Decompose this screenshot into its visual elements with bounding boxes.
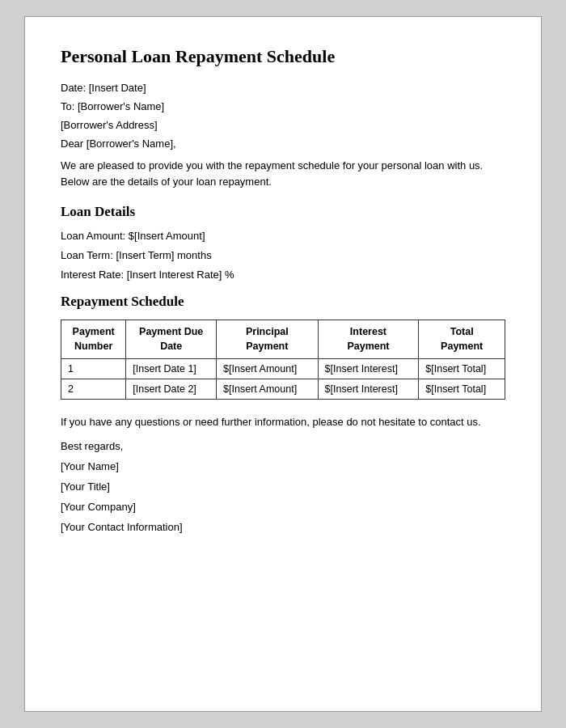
col-payment-number: PaymentNumber — [61, 320, 126, 359]
date-line: Date: [Insert Date] — [61, 82, 505, 94]
col-principal-payment: PrincipalPayment — [217, 320, 319, 359]
table-header-row: PaymentNumber Payment DueDate PrincipalP… — [61, 320, 505, 359]
col-payment-due-date: Payment DueDate — [126, 320, 217, 359]
loan-term: Loan Term: [Insert Term] months — [61, 249, 505, 261]
regards-line: Best regards, — [61, 440, 505, 452]
table-cell: $[Insert Total] — [419, 379, 505, 400]
loan-amount: Loan Amount: $[Insert Amount] — [61, 230, 505, 242]
col-total-payment: TotalPayment — [419, 320, 505, 359]
repayment-schedule-title: Repayment Schedule — [61, 294, 505, 310]
address-line: [Borrower's Address] — [61, 119, 505, 131]
table-row: 1[Insert Date 1]$[Insert Amount]$[Insert… — [61, 359, 505, 379]
document-title: Personal Loan Repayment Schedule — [61, 46, 505, 67]
document: Personal Loan Repayment Schedule Date: [… — [24, 16, 542, 712]
table-cell: $[Insert Interest] — [318, 379, 419, 400]
table-cell: $[Insert Total] — [419, 359, 505, 379]
table-row: 2[Insert Date 2]$[Insert Amount]$[Insert… — [61, 379, 505, 400]
table-cell: $[Insert Amount] — [217, 359, 319, 379]
contact-text: If you have any questions or need furthe… — [61, 414, 505, 430]
your-title: [Your Title] — [61, 480, 505, 493]
col-interest-payment: InterestPayment — [318, 320, 419, 359]
table-cell: $[Insert Amount] — [217, 379, 319, 400]
table-cell: 2 — [61, 379, 126, 400]
to-line: To: [Borrower's Name] — [61, 100, 505, 112]
dear-line: Dear [Borrower's Name], — [61, 138, 505, 150]
intro-text: We are pleased to provide you with the r… — [61, 158, 505, 189]
repayment-table: PaymentNumber Payment DueDate PrincipalP… — [61, 320, 505, 400]
your-contact-info: [Your Contact Information] — [61, 521, 505, 533]
your-company: [Your Company] — [61, 501, 505, 513]
table-cell: [Insert Date 2] — [126, 379, 217, 400]
loan-details-title: Loan Details — [61, 204, 505, 220]
interest-rate: Interest Rate: [Insert Interest Rate] % — [61, 269, 505, 281]
table-cell: 1 — [61, 359, 126, 379]
table-cell: [Insert Date 1] — [126, 359, 217, 379]
your-name: [Your Name] — [61, 460, 505, 472]
table-cell: $[Insert Interest] — [318, 359, 419, 379]
